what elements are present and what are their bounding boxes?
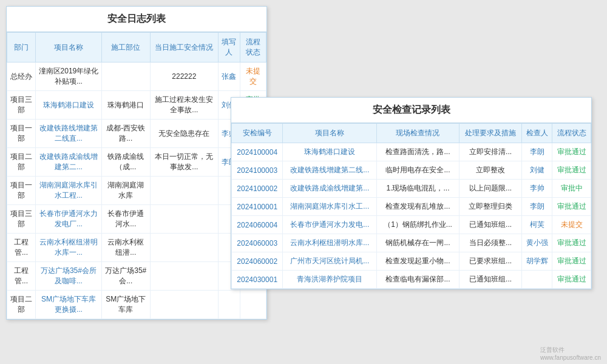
table-cell[interactable]: 珠海鹤港口建设 xyxy=(283,143,377,161)
left-panel: 安全日志列表 部门项目名称施工部位当日施工安全情况填写人流程状态 总经办潼南区2… xyxy=(6,6,267,320)
table-cell: 1.现场临电混乱，... xyxy=(377,180,459,198)
right-col-header: 处理要求及措施 xyxy=(459,124,522,143)
table-cell[interactable]: 李帅 xyxy=(522,180,552,198)
table-cell[interactable]: 2024100004 xyxy=(232,143,283,161)
left-col-header: 项目名称 xyxy=(36,33,102,62)
table-cell: 项目二部 xyxy=(7,291,36,319)
table-cell[interactable]: 珠海鹤港口建设 xyxy=(36,91,102,120)
table-cell[interactable]: 2024060003 xyxy=(232,234,283,252)
table-cell[interactable]: 刘健 xyxy=(522,161,552,180)
table-cell xyxy=(150,234,218,262)
table-cell[interactable]: 李朗 xyxy=(522,198,552,216)
table-cell: 总经办 xyxy=(7,62,36,91)
table-cell xyxy=(150,291,218,319)
table-cell: 已通知班组... xyxy=(459,271,522,289)
table-cell: 云南水利枢纽潜... xyxy=(101,234,150,262)
safety-log-table: 部门项目名称施工部位当日施工安全情况填写人流程状态 总经办潼南区2019年绿化补… xyxy=(7,32,266,319)
table-cell: 未提交 xyxy=(240,62,266,91)
table-cell: 项目一部 xyxy=(7,177,36,205)
table-row: 项目二部改建铁路成渝线增建第二...铁路成渝线（成...本日一切正常，无事故发.… xyxy=(7,148,266,177)
table-cell[interactable]: 云南水利枢纽潜明水库一... xyxy=(36,234,102,262)
left-col-header: 填写人 xyxy=(218,33,240,62)
table-row: 项目三部珠海鹤港口建设珠海鹤港口施工过程未发生安全事故...刘健审批通过 xyxy=(7,91,266,120)
table-row: 项目二部SM广场地下车库更换摄...SM广场地下车库 xyxy=(7,291,266,319)
table-cell: 施工过程未发生安全事故... xyxy=(150,91,218,120)
left-col-header: 流程状态 xyxy=(240,33,266,62)
table-cell[interactable]: 青海洪湖养护院项目 xyxy=(283,271,377,289)
table-cell: 222222 xyxy=(150,62,218,91)
table-cell[interactable]: 湖南洞庭湖水库引水工... xyxy=(283,198,377,216)
table-cell: 项目三部 xyxy=(7,205,36,234)
left-col-header: 当日施工安全情况 xyxy=(150,33,218,62)
table-row: 2024100002改建铁路成渝线增建第...1.现场临电混乱，...以上问题限… xyxy=(232,180,591,198)
table-cell[interactable]: 李朗 xyxy=(522,143,552,161)
table-cell[interactable]: 改建铁路线增建第二线直... xyxy=(36,120,102,148)
table-cell: 审批通过 xyxy=(552,198,591,216)
table-cell: 临时用电存在安全... xyxy=(377,161,459,180)
table-cell: 已要求班组... xyxy=(459,252,522,271)
table-row: 总经办潼南区2019年绿化补贴项...222222张鑫未提交 xyxy=(7,62,266,91)
left-col-header: 施工部位 xyxy=(101,33,150,62)
table-cell: 审批通过 xyxy=(552,271,591,289)
table-cell: 本日一切正常，无事故发... xyxy=(150,148,218,177)
table-cell: 审批通过 xyxy=(552,143,591,161)
table-cell[interactable]: 改建铁路线增建第二线... xyxy=(283,161,377,180)
right-col-header: 现场检查情况 xyxy=(377,124,459,143)
table-cell[interactable]: 改建铁路成渝线增建第二... xyxy=(36,148,102,177)
table-row: 2024060004长春市伊通河水力发电...（1）钢筋绑扎作业...已通知班组… xyxy=(232,216,591,234)
table-cell[interactable]: 2024100003 xyxy=(232,161,283,180)
table-row: 2024030001青海洪湖养护院项目检查临电有漏保部...已通知班组...审批… xyxy=(232,271,591,289)
table-cell: 已通知班组... xyxy=(459,216,522,234)
right-col-header: 项目名称 xyxy=(283,124,377,143)
left-table-body: 总经办潼南区2019年绿化补贴项...222222张鑫未提交项目三部珠海鹤港口建… xyxy=(7,62,266,319)
table-cell: 立即整改 xyxy=(459,161,522,180)
table-cell[interactable]: 万达广场35#会所及咖啡... xyxy=(36,262,102,291)
table-cell[interactable]: SM广场地下车库更换摄... xyxy=(36,291,102,319)
table-cell: 长春市伊通河水... xyxy=(101,205,150,234)
table-cell[interactable]: 胡学辉 xyxy=(522,252,552,271)
left-table-header: 部门项目名称施工部位当日施工安全情况填写人流程状态 xyxy=(7,33,266,62)
table-row: 2024060003云南水利枢纽潜明水库...钢筋机械存在一闸...当日必须整.… xyxy=(232,234,591,252)
table-cell[interactable]: 广州市天河区统计局机... xyxy=(283,252,377,271)
table-cell: 工程管... xyxy=(7,262,36,291)
table-cell[interactable]: 张鑫 xyxy=(218,62,240,91)
right-table-body: 2024100004珠海鹤港口建设检查路面清洗，路...立即安排清...李朗审批… xyxy=(232,143,591,289)
table-cell: 立即安排清... xyxy=(459,143,522,161)
safety-check-table: 安检编号项目名称现场检查情况处理要求及措施检查人流程状态 2024100004珠… xyxy=(231,123,591,289)
table-cell[interactable]: 2024030001 xyxy=(232,271,283,289)
table-cell: 审批通过 xyxy=(552,252,591,271)
table-cell xyxy=(218,291,240,319)
table-cell: 工程管... xyxy=(7,234,36,262)
table-cell: SM广场地下车库 xyxy=(101,291,150,319)
right-table-header: 安检编号项目名称现场检查情况处理要求及措施检查人流程状态 xyxy=(232,124,591,143)
table-cell: 项目三部 xyxy=(7,91,36,120)
table-cell xyxy=(150,205,218,234)
table-row: 项目一部湖南洞庭湖水库引水工程...湖南洞庭湖水库 xyxy=(7,177,266,205)
table-cell[interactable]: 2024060002 xyxy=(232,252,283,271)
table-cell: 未提交 xyxy=(552,216,591,234)
table-cell[interactable]: 2024100002 xyxy=(232,180,283,198)
table-cell[interactable]: 湖南洞庭湖水库引水工程... xyxy=(36,177,102,205)
table-row: 项目一部改建铁路线增建第二线直...成都-西安铁路...无安全隐患存在李帅作废 xyxy=(7,120,266,148)
table-cell: 无安全隐患存在 xyxy=(150,120,218,148)
table-cell: 项目二部 xyxy=(7,148,36,177)
table-cell: 检查路面清洗，路... xyxy=(377,143,459,161)
table-row: 2024060002广州市天河区统计局机...检查发现起重小物...已要求班组.… xyxy=(232,252,591,271)
table-cell xyxy=(522,271,552,289)
table-cell: 钢筋机械存在一闸... xyxy=(377,234,459,252)
table-cell[interactable]: 云南水利枢纽潜明水库... xyxy=(283,234,377,252)
table-row: 2024100003改建铁路线增建第二线...临时用电存在安全...立即整改刘健… xyxy=(232,161,591,180)
table-cell[interactable]: 改建铁路成渝线增建第... xyxy=(283,180,377,198)
table-cell[interactable]: 2024100001 xyxy=(232,198,283,216)
table-cell xyxy=(150,262,218,291)
table-cell xyxy=(240,291,266,319)
table-cell[interactable]: 柯芙 xyxy=(522,216,552,234)
table-cell xyxy=(150,177,218,205)
table-row: 工程管...云南水利枢纽潜明水库一...云南水利枢纽潜... xyxy=(7,234,266,262)
table-cell[interactable]: 长春市伊通河水力发电厂... xyxy=(36,205,102,234)
table-row: 工程管...万达广场35#会所及咖啡...万达广场35#会... xyxy=(7,262,266,291)
table-cell[interactable]: 长春市伊通河水力发电... xyxy=(283,216,377,234)
right-panel-title: 安全检查记录列表 xyxy=(231,98,591,123)
table-cell[interactable]: 2024060004 xyxy=(232,216,283,234)
table-cell[interactable]: 黄小强 xyxy=(522,234,552,252)
